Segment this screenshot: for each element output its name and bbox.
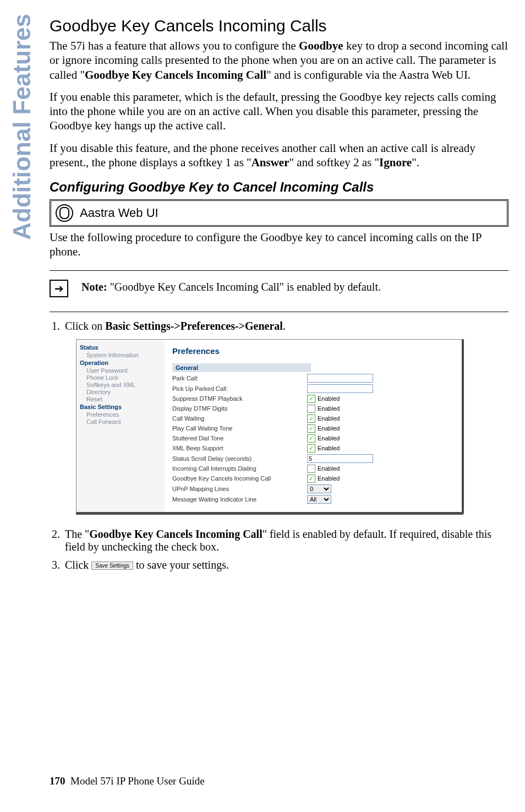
mouse-icon bbox=[56, 204, 73, 222]
pref-label: Display DTMF Digits bbox=[172, 405, 307, 412]
pref-checkbox[interactable] bbox=[307, 405, 315, 413]
step-3: Click Save Settings to save your setting… bbox=[63, 559, 508, 571]
pref-row: Incoming Call Interrupts DialingEnabled bbox=[172, 465, 454, 473]
pref-row: Stuttered Dial Tone✓Enabled bbox=[172, 434, 454, 443]
pref-checkbox-label: Enabled bbox=[318, 415, 340, 422]
pref-row: Display DTMF DigitsEnabled bbox=[172, 405, 454, 413]
sidebar-item[interactable]: Softkeys and XML bbox=[86, 382, 162, 388]
webui-label: Aastra Web UI bbox=[80, 206, 158, 220]
pref-select[interactable]: 0 bbox=[307, 484, 331, 493]
pref-select[interactable]: All bbox=[307, 495, 331, 504]
fig-sidebar: Status System Information Operation User… bbox=[76, 340, 165, 512]
pref-checkbox[interactable]: ✓ bbox=[307, 415, 315, 423]
sidebar-heading-basic: Basic Settings bbox=[80, 404, 162, 410]
pref-label: Incoming Call Interrupts Dialing bbox=[172, 465, 307, 472]
paragraph-3: If you disable this feature, and the pho… bbox=[50, 141, 508, 170]
arrow-right-icon: ➔ bbox=[50, 280, 68, 297]
pref-checkbox-label: Enabled bbox=[318, 405, 340, 412]
pref-row: Goodbye Key Cancels Incoming Call✓Enable… bbox=[172, 475, 454, 483]
pref-checkbox[interactable]: ✓ bbox=[307, 434, 315, 443]
pref-row: Call Waiting✓Enabled bbox=[172, 415, 454, 423]
fig-main: Preferences General Park Call:Pick Up Pa… bbox=[165, 340, 462, 512]
pref-row: Suppress DTMF Playback✓Enabled bbox=[172, 395, 454, 403]
note-text: Note: "Goodbye Key Cancels Incoming Call… bbox=[81, 281, 381, 293]
pref-label: UPnP Mapping Lines bbox=[172, 486, 307, 492]
page-number: 170 bbox=[50, 775, 65, 787]
pref-checkbox-label: Enabled bbox=[318, 475, 340, 482]
sidebar-item[interactable]: Directory bbox=[86, 389, 162, 395]
pref-checkbox-label: Enabled bbox=[318, 465, 340, 472]
side-tab-label: Additional Features bbox=[8, 14, 36, 240]
pref-label: Suppress DTMF Playback bbox=[172, 395, 307, 402]
pref-label: Call Waiting bbox=[172, 415, 307, 422]
pref-row: XML Beep Support✓Enabled bbox=[172, 444, 454, 453]
page-title: Goodbye Key Cancels Incoming Calls bbox=[50, 17, 508, 35]
sidebar-item[interactable]: Preferences bbox=[86, 411, 162, 418]
pref-text-input[interactable] bbox=[307, 374, 373, 383]
steps-list: Click on Basic Settings->Preferences->Ge… bbox=[50, 320, 508, 571]
pref-label: Pick Up Parked Call: bbox=[172, 385, 307, 392]
pref-label: Stuttered Dial Tone bbox=[172, 435, 307, 442]
rule bbox=[50, 312, 508, 312]
pref-checkbox-label: Enabled bbox=[318, 425, 340, 432]
pref-checkbox[interactable]: ✓ bbox=[307, 424, 315, 433]
section-subtitle: Configuring Goodbye Key to Cancel Incomi… bbox=[50, 179, 508, 195]
paragraph-2: If you enable this parameter, which is t… bbox=[50, 90, 508, 133]
pref-checkbox[interactable]: ✓ bbox=[307, 475, 315, 483]
pref-row: UPnP Mapping Lines0 bbox=[172, 484, 454, 493]
page-footer: 170 Model 57i IP Phone User Guide bbox=[50, 775, 205, 787]
pref-row: Play Call Waiting Tone✓Enabled bbox=[172, 424, 454, 433]
sidebar-item[interactable]: Phone Lock bbox=[86, 374, 162, 381]
pref-label: Message Waiting Indicator Line bbox=[172, 496, 307, 503]
pref-row: Status Scroll Delay (seconds) bbox=[172, 454, 454, 463]
pref-checkbox[interactable]: ✓ bbox=[307, 395, 315, 403]
pref-checkbox[interactable] bbox=[307, 465, 315, 473]
pref-label: Goodbye Key Cancels Incoming Call bbox=[172, 475, 307, 482]
sidebar-heading-operation: Operation bbox=[80, 359, 162, 366]
sidebar-item[interactable]: Reset bbox=[86, 396, 162, 402]
pref-text-input[interactable] bbox=[307, 384, 373, 393]
pref-checkbox-label: Enabled bbox=[318, 445, 340, 451]
sidebar-item[interactable]: User Password bbox=[86, 367, 162, 374]
rule bbox=[50, 270, 508, 271]
webui-bar: Aastra Web UI bbox=[50, 199, 508, 227]
pref-text-input[interactable] bbox=[307, 454, 373, 463]
preferences-title: Preferences bbox=[172, 346, 454, 356]
step-2: The "Goodbye Key Cancels Incoming Call" … bbox=[63, 528, 508, 553]
pref-label: Play Call Waiting Tone bbox=[172, 425, 307, 432]
general-heading: General bbox=[172, 363, 311, 372]
step-1: Click on Basic Settings->Preferences->Ge… bbox=[63, 320, 508, 515]
save-settings-button[interactable]: Save Settings bbox=[91, 562, 133, 570]
pref-label: XML Beep Support bbox=[172, 445, 307, 451]
pref-row: Park Call: bbox=[172, 374, 454, 383]
pref-checkbox[interactable]: ✓ bbox=[307, 444, 315, 453]
paragraph-intro2: Use the following procedure to configure… bbox=[50, 230, 508, 259]
footer-title: Model 57i IP Phone User Guide bbox=[70, 775, 205, 787]
sidebar-item[interactable]: Call Forward bbox=[86, 418, 162, 425]
sidebar-heading-status: Status bbox=[80, 344, 162, 351]
pref-checkbox-label: Enabled bbox=[318, 435, 340, 442]
preferences-screenshot: Status System Information Operation User… bbox=[76, 339, 464, 515]
paragraph-1: The 57i has a feature that allows you to… bbox=[50, 39, 508, 82]
pref-checkbox-label: Enabled bbox=[318, 395, 340, 402]
pref-label: Status Scroll Delay (seconds) bbox=[172, 455, 307, 462]
pref-label: Park Call: bbox=[172, 375, 307, 382]
note-row: ➔ Note: "Goodbye Key Cancels Incoming Ca… bbox=[50, 276, 508, 301]
sidebar-item[interactable]: System Information bbox=[86, 352, 162, 358]
pref-row: Pick Up Parked Call: bbox=[172, 384, 454, 393]
pref-row: Message Waiting Indicator LineAll bbox=[172, 495, 454, 504]
